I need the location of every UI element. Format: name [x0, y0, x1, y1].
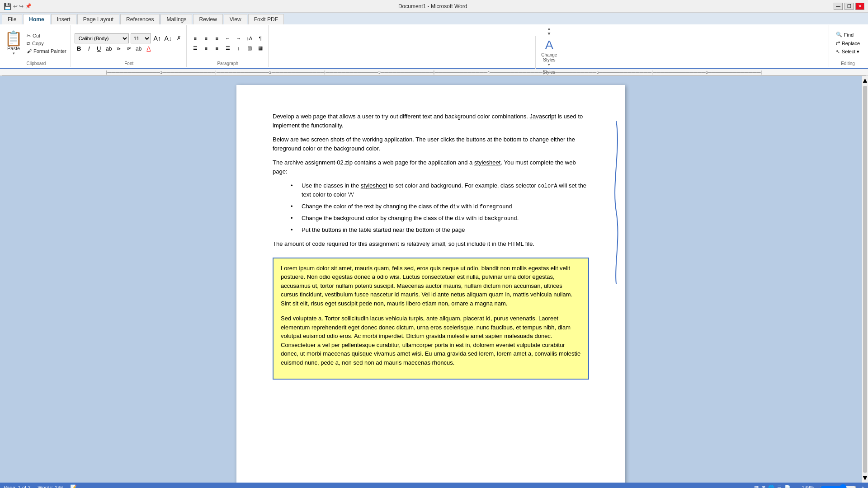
ruler: |—————————————1—————————————|———————————… — [0, 69, 868, 76]
outline-icon[interactable]: ☰ — [777, 485, 782, 488]
tab-review[interactable]: Review — [193, 14, 222, 24]
numbering-button[interactable]: ≡ — [201, 34, 211, 43]
status-bar: Page: 1 of 2 Words: 196 📝 ▦ ⊞ 🌐 ☰ 📄 139%… — [0, 483, 868, 488]
window-title: Document1 - Microsoft Word — [32, 3, 834, 9]
tab-foxit[interactable]: Foxit PDF — [248, 14, 284, 24]
vertical-scrollbar[interactable]: ▲ ▼ — [862, 76, 868, 483]
bullet-item-4: • Put the buttons in the table started n… — [291, 225, 589, 235]
close-btn[interactable]: ✕ — [855, 3, 864, 10]
multilevel-button[interactable]: ≡ — [212, 34, 222, 43]
paragraph-2: Below are two screen shots of the workin… — [273, 135, 589, 153]
bullet-item-2: • Change the color of the text by changi… — [291, 202, 589, 211]
justify-button[interactable]: ☰ — [223, 44, 233, 53]
bullet-dot: • — [291, 214, 294, 223]
subscript-button[interactable]: x₂ — [114, 44, 123, 53]
paragraph-3: The archive assignment-02.zip contains a… — [273, 158, 589, 176]
lorem-paragraph-2: Sed voluptate a. Tortor sollicitudin lac… — [281, 314, 581, 367]
line-spacing-button[interactable]: ↕ — [234, 44, 244, 53]
styles-group: AaBbCcDc ¶ Normal AaBbCcDc ¶ No Spaci...… — [269, 25, 829, 67]
bullet-dot: • — [291, 181, 294, 199]
bullet-list: • Use the classes in the stylesheet to s… — [291, 181, 589, 234]
format-painter-icon: 🖌 — [27, 48, 32, 54]
draft-icon[interactable]: 📄 — [784, 485, 791, 488]
replace-icon: ⇄ — [836, 40, 840, 46]
change-styles-label: ChangeStyles — [541, 52, 557, 62]
scroll-down-arrow[interactable]: ▼ — [862, 474, 868, 483]
font-color-button[interactable]: A — [144, 44, 153, 53]
clear-formatting-btn[interactable]: ✗ — [175, 34, 184, 43]
decrease-indent-button[interactable]: ← — [223, 34, 233, 43]
tab-references[interactable]: References — [120, 14, 160, 24]
align-center-button[interactable]: ≡ — [201, 44, 211, 53]
select-button[interactable]: ↖ Select ▾ — [833, 48, 863, 56]
document-text: Develop a web page that allows a user to… — [273, 112, 589, 380]
align-left-button[interactable]: ☰ — [190, 44, 200, 53]
document-area: Develop a web page that allows a user to… — [0, 76, 868, 483]
zoom-in-btn[interactable]: + — [862, 485, 864, 488]
align-right-button[interactable]: ≡ — [212, 44, 222, 53]
tab-home[interactable]: Home — [23, 14, 50, 24]
paste-button[interactable]: 📋 Paste ▾ — [5, 31, 23, 56]
bullets-button[interactable]: ≡ — [190, 34, 200, 43]
replace-button[interactable]: ⇄ Replace — [833, 39, 863, 47]
tab-insert[interactable]: Insert — [51, 14, 76, 24]
print-layout-icon[interactable]: ▦ — [754, 485, 759, 488]
view-icons: ▦ ⊞ 🌐 ☰ 📄 — [754, 485, 791, 488]
ribbon-content: 📋 Paste ▾ ✂ Cut ⧉ Copy 🖌 Format Painter — [0, 24, 868, 69]
tab-file[interactable]: File — [2, 14, 22, 24]
copy-button[interactable]: ⧉ Copy — [25, 40, 68, 47]
cut-icon: ✂ — [27, 33, 31, 39]
strikethrough-button[interactable]: ab — [104, 44, 113, 53]
sort-button[interactable]: ↕A — [245, 34, 255, 43]
underline-button[interactable]: U — [94, 44, 104, 53]
show-formatting-button[interactable]: ¶ — [255, 34, 265, 43]
font-group-label: Font — [124, 60, 133, 66]
editing-group: 🔍 Find ⇄ Replace ↖ Select ▾ Editing — [830, 25, 866, 67]
scroll-up-btn[interactable]: ▲ — [547, 26, 551, 31]
italic-button[interactable]: I — [85, 44, 94, 53]
javascript-link: Javascript — [529, 113, 556, 120]
document-scroll[interactable]: Develop a web page that allows a user to… — [0, 76, 862, 483]
minimize-btn[interactable]: — — [834, 3, 843, 10]
find-button[interactable]: 🔍 Find — [833, 31, 863, 38]
zoom-slider[interactable] — [820, 484, 856, 488]
shading-button[interactable]: ▨ — [245, 44, 255, 53]
full-screen-icon[interactable]: ⊞ — [761, 485, 765, 488]
select-icon: ↖ — [836, 49, 840, 55]
borders-button[interactable]: ▦ — [255, 44, 265, 53]
title-bar: 💾 ↩ ↪ 📌 Document1 - Microsoft Word — ❐ ✕ — [0, 0, 868, 13]
status-right: ▦ ⊞ 🌐 ☰ 📄 139% + — [754, 484, 864, 488]
bold-button[interactable]: B — [75, 44, 84, 53]
styles-scroll-buttons[interactable]: ▲ ▼ — [546, 26, 552, 36]
editing-label: Editing — [841, 60, 855, 66]
tab-view[interactable]: View — [224, 14, 247, 24]
scroll-down-btn[interactable]: ▼ — [547, 31, 551, 36]
scroll-up-arrow[interactable]: ▲ — [862, 76, 868, 85]
scroll-thumb[interactable] — [863, 86, 867, 473]
copy-icon: ⧉ — [27, 41, 30, 47]
bullet-item-1: • Use the classes in the stylesheet to s… — [291, 181, 589, 199]
restore-btn[interactable]: ❐ — [844, 3, 854, 10]
format-painter-button[interactable]: 🖌 Format Painter — [25, 48, 68, 54]
tab-mailings[interactable]: Mailings — [160, 14, 192, 24]
lorem-paragraph-1: Lorem ipsum dolor sit amet, mauris quam,… — [281, 264, 581, 308]
change-styles-button[interactable]: A ChangeStyles ▾ — [535, 36, 562, 69]
paste-label: Paste — [7, 46, 20, 51]
cut-button[interactable]: ✂ Cut — [25, 33, 68, 39]
increase-font-btn[interactable]: A↑ — [153, 34, 162, 43]
stylesheet-link: stylesheet — [474, 159, 501, 166]
paste-icon: 📋 — [5, 31, 23, 46]
font-name-select[interactable]: Calibri (Body) — [75, 33, 129, 43]
ribbon-tabs: File Home Insert Page Layout References … — [0, 13, 868, 24]
web-layout-icon[interactable]: 🌐 — [768, 485, 774, 488]
tab-page-layout[interactable]: Page Layout — [77, 14, 119, 24]
superscript-button[interactable]: x² — [124, 44, 133, 53]
increase-indent-button[interactable]: → — [234, 34, 244, 43]
window-controls[interactable]: — ❐ ✕ — [834, 3, 864, 10]
font-size-select[interactable]: 11 — [131, 33, 151, 43]
clipboard-label: Clipboard — [26, 60, 46, 66]
highlight-button[interactable]: ab — [134, 44, 143, 53]
paragraph-group: ≡ ≡ ≡ ← → ↕A ¶ ☰ ≡ ≡ ☰ ↕ ▨ ▦ — [188, 25, 269, 67]
find-icon: 🔍 — [836, 32, 842, 38]
decrease-font-btn[interactable]: A↓ — [164, 34, 173, 43]
